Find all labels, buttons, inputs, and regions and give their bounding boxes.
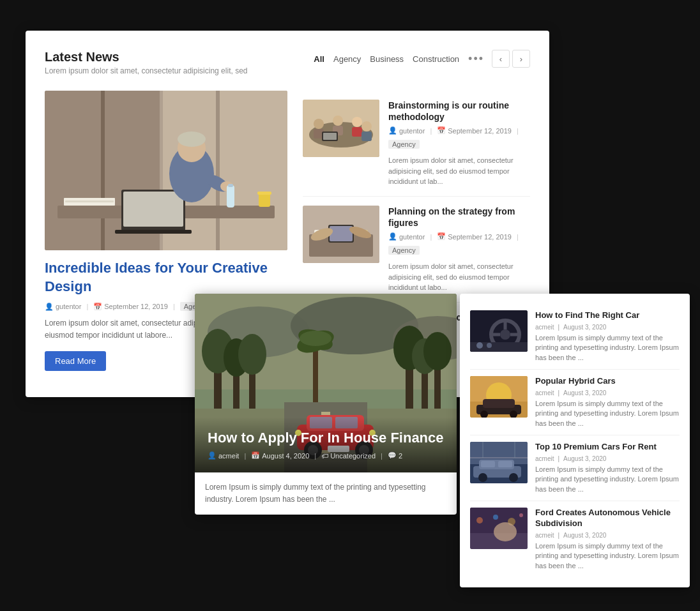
- sidebar-card: How to Find The Right Car acmeit | Augus…: [460, 294, 690, 587]
- car-blue-bg: [470, 442, 528, 483]
- list-item-2-author: gutentor: [399, 233, 425, 241]
- overlay-card-image: How to Apply For In House Finance 👤 acme…: [195, 294, 457, 472]
- card-subtitle: Lorem ipsum dolor sit amet, consectetur …: [45, 66, 247, 75]
- sidebar-article-1-image: [470, 310, 528, 352]
- left-arrow-icon: ‹: [499, 54, 502, 64]
- svg-rect-10: [65, 200, 114, 202]
- separator2: |: [173, 303, 175, 310]
- list-item-1-date-meta: 📅 September 12, 2019: [437, 126, 512, 135]
- overlay-category: Uncategorized: [330, 452, 376, 460]
- list-item-2-meta: 👤 gutentor | 📅 September 12, 2019 | Agen…: [388, 232, 530, 255]
- list-item-1-author-meta: 👤 gutentor: [388, 126, 425, 135]
- svg-point-116: [519, 513, 523, 517]
- list-item-1-content: Brainstorming is our routine methodology…: [388, 100, 530, 187]
- svg-point-71: [300, 331, 331, 346]
- big-article-title[interactable]: Incredible Ideas for Your Creative Desig…: [45, 259, 287, 296]
- svg-rect-18: [227, 185, 234, 207]
- card-header: Latest News Lorem ipsum dolor sit amet, …: [45, 50, 530, 75]
- car-interior-svg: [470, 310, 528, 352]
- overlay-article-title[interactable]: How to Apply For In House Finance: [208, 430, 444, 446]
- sidebar-article-4-image: [470, 508, 528, 549]
- overlay-author: acmeit: [218, 452, 239, 460]
- svg-rect-16: [259, 193, 270, 207]
- list-item-1-tag[interactable]: Agency: [388, 140, 420, 149]
- list-item-2-excerpt: Lorem ipsum dolor sit amet, consectetur …: [388, 261, 530, 293]
- prev-arrow[interactable]: ‹: [492, 50, 510, 68]
- sidebar-1-author: acmeit: [535, 324, 554, 331]
- next-arrow[interactable]: ›: [512, 50, 530, 68]
- overlay-cal-icon: 📅: [251, 451, 260, 460]
- svg-rect-27: [352, 127, 362, 137]
- car-blue-svg: [470, 442, 528, 483]
- svg-point-106: [478, 473, 487, 482]
- list-item-2: Planning on the strategy from figures 👤 …: [303, 197, 530, 303]
- big-article-author: gutentor: [56, 303, 81, 310]
- sidebar-3-author: acmeit: [535, 455, 554, 462]
- svg-point-26: [352, 117, 362, 127]
- svg-point-67: [423, 332, 452, 370]
- sidebar-2-author: acmeit: [535, 389, 554, 396]
- filter-agency[interactable]: Agency: [333, 54, 361, 64]
- read-more-button[interactable]: Read More: [45, 351, 106, 371]
- overlay-card-body: Lorem Ipsum is simply dummy text of the …: [195, 472, 457, 515]
- overlay-card-image-overlay: How to Apply For In House Finance 👤 acme…: [195, 417, 457, 472]
- car-interior-bg: [470, 310, 528, 352]
- svg-point-113: [476, 517, 483, 524]
- overlay-date-meta: 📅 August 4, 2020: [251, 451, 309, 460]
- svg-point-90: [476, 342, 483, 349]
- svg-point-91: [487, 343, 492, 348]
- overlay-category-meta: 🏷 Uncategorized: [321, 452, 376, 460]
- sidebar-article-2-title[interactable]: Popular Hybrid Cars: [535, 376, 680, 387]
- overlay-comment-icon: 💬: [388, 451, 397, 460]
- user-icon-2: 👤: [388, 232, 397, 241]
- filter-business[interactable]: Business: [370, 54, 404, 64]
- more-filters-button[interactable]: •••: [468, 52, 484, 66]
- svg-rect-3: [101, 91, 105, 250]
- svg-point-13: [178, 132, 206, 147]
- calendar-icon: 📅: [93, 303, 102, 311]
- car-city-svg: [470, 508, 528, 549]
- list-item-2-tag[interactable]: Agency: [388, 246, 420, 255]
- cal-icon-2: 📅: [437, 232, 446, 241]
- list-item-1-date: September 12, 2019: [448, 127, 512, 135]
- filter-construction[interactable]: Construction: [413, 54, 459, 64]
- sidebar-article-1-content: How to Find The Right Car acmeit | Augus…: [535, 310, 680, 363]
- sidebar-article-1-excerpt: Lorem Ipsum is simply dummy text of the …: [535, 333, 680, 363]
- sidebar-article-2-content: Popular Hybrid Cars acmeit | August 3, 2…: [535, 376, 680, 428]
- list-item-2-author-meta: 👤 gutentor: [388, 232, 425, 241]
- sidebar-article-1: How to Find The Right Car acmeit | Augus…: [470, 304, 680, 370]
- big-article-date: September 12, 2019: [104, 303, 168, 310]
- list-item-2-date: September 12, 2019: [448, 233, 512, 241]
- svg-rect-105: [498, 461, 512, 467]
- car-city-bg: [470, 508, 528, 549]
- svg-point-24: [333, 116, 343, 126]
- filter-tabs: All Agency Business Construction •••: [314, 52, 484, 66]
- svg-rect-104: [481, 461, 495, 467]
- sidebar-4-author: acmeit: [535, 532, 554, 539]
- sidebar-article-1-meta: acmeit | August 3, 2020: [535, 324, 680, 331]
- svg-point-61: [238, 334, 266, 375]
- sidebar-article-3-title[interactable]: Top 10 Premium Cars For Rent: [535, 442, 680, 453]
- user-icon-1: 👤: [388, 126, 397, 135]
- svg-rect-96: [483, 399, 515, 408]
- list-item-2-title[interactable]: Planning on the strategy from figures: [388, 206, 530, 229]
- overlay-date: August 4, 2020: [262, 452, 309, 460]
- overlay-comments: 2: [399, 452, 402, 460]
- sidebar-article-4: Ford Creates Autonomous Vehicle Subdivis…: [470, 501, 680, 577]
- big-article-image: [45, 91, 287, 250]
- filter-all[interactable]: All: [314, 54, 324, 64]
- list-item: Brainstorming is our routine methodology…: [303, 91, 530, 197]
- svg-rect-17: [257, 192, 271, 195]
- svg-point-114: [493, 515, 498, 520]
- list-item-1-title[interactable]: Brainstorming is our routine methodology: [388, 100, 530, 123]
- sidebar-article-3: Top 10 Premium Cars For Rent acmeit | Au…: [470, 435, 680, 501]
- svg-rect-8: [115, 230, 192, 234]
- svg-rect-4: [216, 91, 220, 250]
- overlay-comments-meta: 💬 2: [388, 451, 402, 460]
- svg-rect-35: [330, 226, 353, 241]
- sidebar-article-2: Popular Hybrid Cars acmeit | August 3, 2…: [470, 370, 680, 435]
- sidebar-article-4-title[interactable]: Ford Creates Autonomous Vehicle Subdivis…: [535, 508, 680, 529]
- big-article-svg: [45, 91, 287, 250]
- svg-point-28: [361, 121, 372, 132]
- sidebar-article-1-title[interactable]: How to Find The Right Car: [535, 310, 680, 321]
